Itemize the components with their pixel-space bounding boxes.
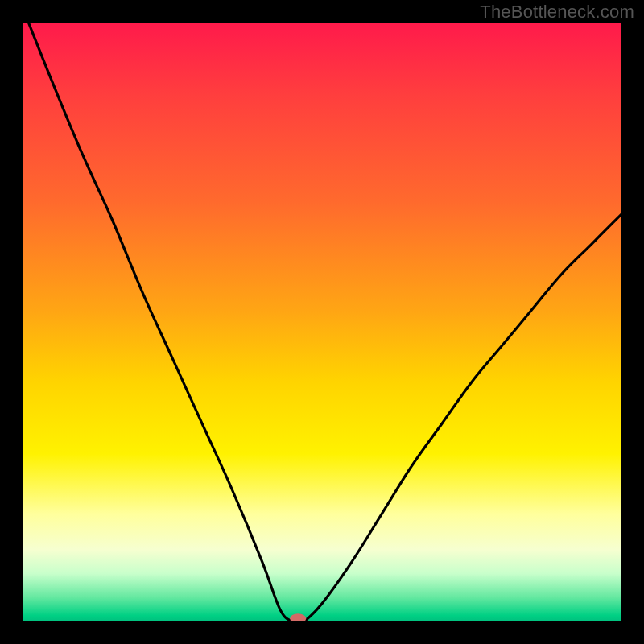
bottleneck-curve: [23, 23, 621, 621]
plot-area: [23, 23, 621, 621]
curve-path: [28, 23, 621, 621]
optimal-marker: [290, 613, 306, 621]
chart-frame: TheBottleneck.com: [0, 0, 644, 644]
watermark-text: TheBottleneck.com: [480, 2, 634, 23]
